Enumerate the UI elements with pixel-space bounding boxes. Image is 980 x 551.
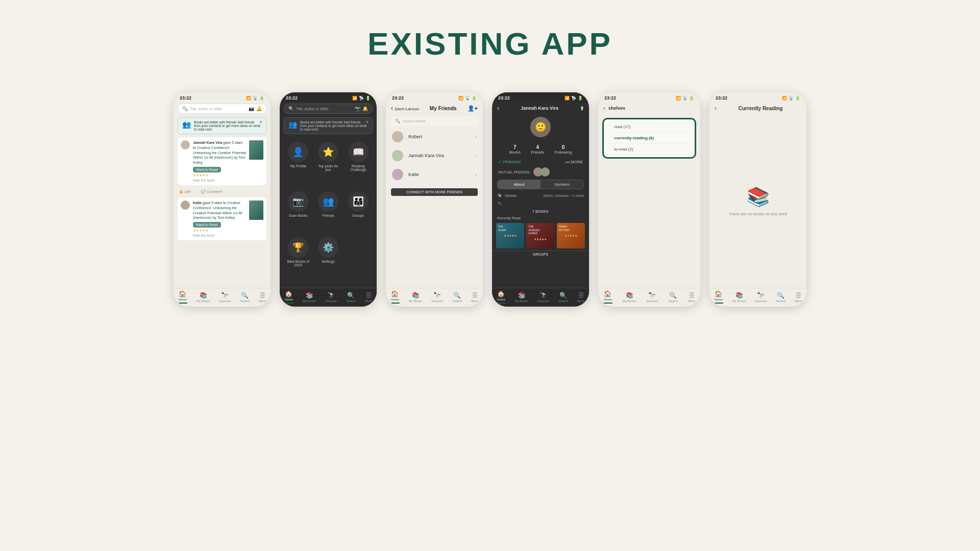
nav-home-1[interactable]: 🏠 Home <box>178 290 187 304</box>
shelf-to-read[interactable]: to-read (2) <box>607 144 692 155</box>
bottom-nav-2: 🏠 Home 📚 My Books 🔭 Discover 🔍 Search <box>280 288 377 307</box>
nav-search-4[interactable]: 🔍 Search <box>558 292 568 303</box>
book-cover-1 <box>249 140 263 160</box>
nav-home-3[interactable]: 🏠 Home <box>390 290 400 304</box>
nav-home-4[interactable]: 🏠 Home <box>497 290 506 304</box>
scan-icon: 📷 <box>288 191 308 212</box>
nav-mybooks-6[interactable]: 📚 My Books <box>732 292 746 303</box>
tab-updates[interactable]: Updates <box>541 180 583 189</box>
curr-reading-nav: ‹ Currently Reading <box>709 102 806 115</box>
status-bar-1: 23:22 📶📡🔋 <box>174 92 271 102</box>
menu-item-groups[interactable]: 👨‍👩‍👧 Groups <box>346 191 371 232</box>
friends-menu-icon: 👥 <box>318 191 338 212</box>
search-bar-1[interactable]: 🔍 Title, author or ISBN 📷 🔔 <box>178 104 266 114</box>
menu-item-challenge[interactable]: 📖 Reading Challenge <box>346 142 371 186</box>
friends-search[interactable]: 🔍 Search friends <box>390 116 479 126</box>
bottom-nav-6: 🏠 Home 📚 My Books 🔭 Discover 🔍 Search <box>709 288 806 307</box>
genres-row: 🎭 Genres fiction, romance, +1 more <box>492 191 589 199</box>
status-bar-2: 23:22 📶📡🔋 <box>280 92 377 102</box>
close-icon-2[interactable]: ✕ <box>365 120 369 124</box>
nav-more-3[interactable]: ☰ More <box>471 292 478 303</box>
search-icon: 🔍 <box>182 106 188 111</box>
comment-action[interactable]: 💬 Comment <box>201 190 222 194</box>
phone-5-screen: 23:22 📶📡🔋 ‹ shelves read (17) currently-… <box>598 92 700 307</box>
nav-discover-4[interactable]: 🔭 Discover <box>537 292 549 303</box>
extra-row: 📎 <box>492 199 589 208</box>
camera-icon-2: 📷 <box>355 106 360 111</box>
nav-more-4[interactable]: ☰ More <box>577 292 584 303</box>
nav-home-6[interactable]: 🏠 Home <box>714 290 723 304</box>
groups-icon: 👨‍👩‍👧 <box>348 191 369 212</box>
page-title: EXISTING APP <box>0 0 980 62</box>
search-bar-2[interactable]: 🔍 Title, author or ISBN 📷 🔔 <box>284 104 373 114</box>
notif-banner-1: 👥 Books are better with friends! Add fri… <box>178 117 266 134</box>
nav-mybooks-2[interactable]: 📚 My Books <box>303 292 316 303</box>
nav-mybooks-3[interactable]: 📚 My Books <box>409 292 422 303</box>
nav-home-2[interactable]: 🏠 Home <box>284 290 293 304</box>
challenge-icon: 📖 <box>348 142 369 162</box>
notif-banner-2: 👥 Books are better with friends! Add fri… <box>284 117 373 134</box>
menu-item-toppicks[interactable]: ⭐ Top picks for you <box>316 142 341 186</box>
want-to-read-btn-1[interactable]: Want to Read <box>193 167 221 172</box>
chevron-right-3: › <box>475 172 477 178</box>
like-action[interactable]: 👍 Like <box>179 190 191 194</box>
menu-grid: 👤 My Profile ⭐ Top picks for you 📖 Readi… <box>280 136 377 288</box>
nav-mybooks-4[interactable]: 📚 My Books <box>515 292 528 303</box>
nav-discover-2[interactable]: 🔭 Discover <box>325 292 337 303</box>
book-cover-hp: HARRYPOTTER ★★★★★ <box>557 223 585 248</box>
recently-read-books: THEGIVER ★★★★★ THEHUNGERGAMES ★★★★★ HARR… <box>492 221 589 251</box>
friend-item-2[interactable]: Jannah Kara Vira › <box>386 146 483 165</box>
friend-item-1[interactable]: Robert › <box>386 128 483 146</box>
notification-icon-2: 🔔 <box>362 106 368 111</box>
nav-discover-6[interactable]: 🔭 Discover <box>755 292 767 303</box>
shelf-read[interactable]: read (17) <box>607 121 692 133</box>
nav-search-3[interactable]: 🔍 Search <box>452 292 462 303</box>
nav-search-2[interactable]: 🔍 Search <box>346 292 356 303</box>
close-icon[interactable]: ✕ <box>259 120 263 124</box>
menu-item-settings[interactable]: ⚙️ Settings <box>316 237 341 282</box>
back-arrow[interactable]: ‹ Zach Larson <box>391 105 419 112</box>
connect-friends-btn[interactable]: CONNECT WITH MORE FRIENDS <box>391 188 478 196</box>
nav-mybooks-1[interactable]: 📚 My Books <box>197 292 210 303</box>
books-count-label: 7 BOOKS <box>492 208 589 215</box>
nav-search-6[interactable]: 🔍 Search <box>776 292 786 303</box>
back-arrow-6[interactable]: ‹ <box>715 105 717 112</box>
back-arrow-5[interactable]: ‹ <box>603 105 605 112</box>
nav-home-5[interactable]: 🏠 Home <box>603 290 612 304</box>
stars-1: ★★★★★ <box>193 173 246 178</box>
tab-about[interactable]: About <box>498 180 541 189</box>
back-btn-4[interactable]: ‹ <box>497 105 499 112</box>
search-icon-2: 🔍 <box>288 106 294 111</box>
feed-item-2: Katie gave 5 stars to Creative Confidenc… <box>178 197 266 240</box>
notification-icon: 🔔 <box>256 106 262 111</box>
phone-6: 23:22 📶📡🔋 ‹ Currently Reading 📚 There ar… <box>709 92 806 307</box>
shelf-currently-reading[interactable]: currently-reading (6) <box>607 133 692 144</box>
menu-item-profile[interactable]: 👤 My Profile <box>286 142 311 186</box>
camera-icon: 📷 <box>249 106 254 111</box>
bottom-nav-4: 🏠 Home 📚 My Books 🔭 Discover 🔍 Search <box>492 288 589 307</box>
nav-search-1[interactable]: 🔍 Search <box>240 292 250 303</box>
nav-mybooks-5[interactable]: 📚 My Books <box>623 292 636 303</box>
menu-item-bestbooks[interactable]: 🏆 Best Books of 2022 <box>286 237 311 282</box>
nav-more-2[interactable]: ☰ More <box>365 292 372 303</box>
nav-more-5[interactable]: ☰ More <box>688 292 695 303</box>
menu-item-scan[interactable]: 📷 Scan Books <box>286 191 311 232</box>
friends-icon-2: 👥 <box>288 120 297 129</box>
nav-more-1[interactable]: ☰ More <box>259 292 266 303</box>
friends-icon: 👥 <box>182 120 191 129</box>
status-bar-3: 23:22 📶📡🔋 <box>386 92 483 102</box>
nav-more-6[interactable]: ☰ More <box>795 292 802 303</box>
menu-item-friends[interactable]: 👥 Friends <box>316 191 341 232</box>
empty-shelf-text: There are no books on this shelf <box>729 212 787 216</box>
nav-discover-1[interactable]: 🔭 Discover <box>219 292 231 303</box>
friend-item-3[interactable]: Katie › <box>386 165 483 184</box>
nav-discover-5[interactable]: 🔭 Discover <box>646 292 658 303</box>
avatar-1 <box>181 140 190 149</box>
add-friend-icon[interactable]: 👤+ <box>468 105 478 112</box>
want-to-read-btn-2[interactable]: Want to Read <box>193 222 221 228</box>
nav-discover-3[interactable]: 🔭 Discover <box>431 292 443 303</box>
nav-search-5[interactable]: 🔍 Search <box>668 292 678 303</box>
share-icon[interactable]: ⬆ <box>580 106 584 111</box>
toppicks-icon: ⭐ <box>318 142 338 162</box>
friend-avatar-1 <box>392 131 403 142</box>
